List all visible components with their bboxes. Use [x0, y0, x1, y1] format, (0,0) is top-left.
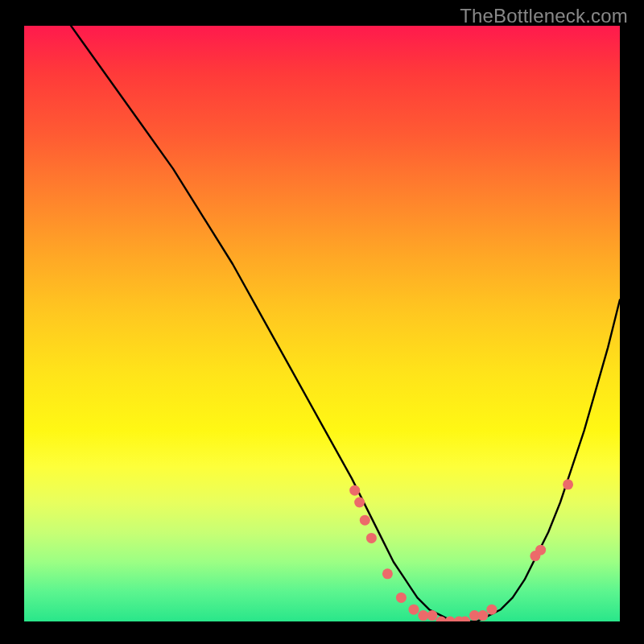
plot-area: [24, 26, 620, 621]
watermark-text: TheBottleneck.com: [460, 5, 628, 27]
data-point: [349, 485, 360, 496]
chart-container: TheBottleneck.com: [0, 0, 644, 644]
chart-svg: [24, 26, 620, 621]
data-point: [477, 610, 488, 621]
data-point: [360, 515, 370, 526]
data-point: [563, 479, 573, 489]
data-point: [418, 610, 428, 621]
data-points: [349, 479, 573, 621]
data-point: [535, 545, 546, 555]
data-point: [409, 605, 419, 615]
data-point: [427, 610, 437, 621]
bottleneck-curve: [24, 26, 620, 621]
data-point: [396, 592, 407, 603]
data-point: [486, 605, 497, 615]
data-point: [445, 617, 456, 622]
data-point: [382, 568, 393, 579]
data-point: [366, 533, 377, 543]
data-point: [354, 497, 365, 508]
